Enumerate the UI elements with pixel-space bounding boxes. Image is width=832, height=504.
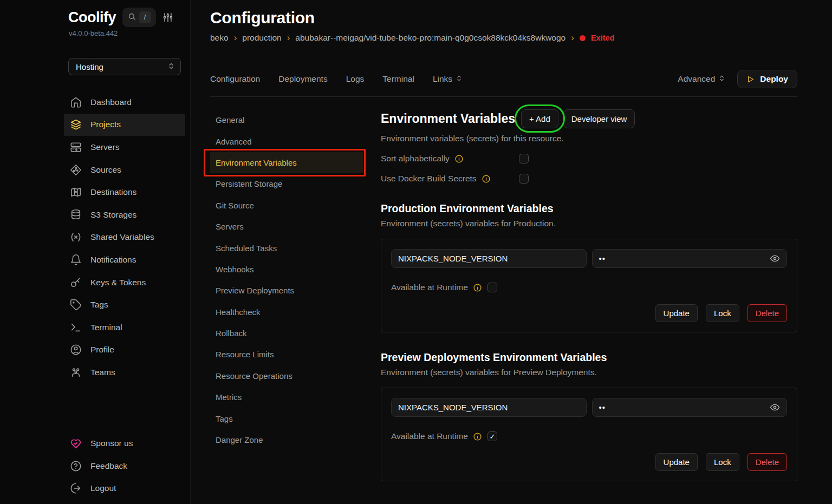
sidebar-item-label: Dashboard <box>90 97 132 107</box>
settings-nav-tags[interactable]: Tags <box>210 408 363 429</box>
variable-value-input[interactable]: •• <box>592 249 788 268</box>
git-source-icon <box>70 164 82 176</box>
sidebar-item-logout[interactable]: Logout <box>64 477 185 500</box>
sort-alphabetically-checkbox[interactable] <box>519 154 529 163</box>
layers-icon <box>70 119 82 130</box>
breadcrumb: beko › production › abubakar--meigag/vid… <box>210 33 797 43</box>
docker-build-secrets-row: Use Docker Build Secrets <box>381 174 797 184</box>
variable-value-input[interactable]: •• <box>592 398 788 417</box>
status-dot-icon <box>580 35 586 41</box>
sidebar-item-profile[interactable]: Profile <box>64 339 185 362</box>
env-title: Environment Variables <box>381 112 515 126</box>
production-section-description: Environment (secrets) variables for Prod… <box>381 219 797 228</box>
breadcrumb-resource[interactable]: abubakar--meigag/vid-tube-beko-pro:main-… <box>295 33 566 43</box>
sidebar-item-dashboard[interactable]: Dashboard <box>64 91 185 114</box>
settings-nav-git-source[interactable]: Git Source <box>210 195 363 216</box>
sidebar-item-sources[interactable]: Sources <box>64 159 185 181</box>
info-icon <box>454 154 464 163</box>
sidebar-item-label: Feedback <box>90 461 127 471</box>
preview-variable-card: •• Available at Runtime ✓ Update Lock <box>381 388 797 481</box>
env-header: Environment Variables + Add Developer vi… <box>381 109 797 128</box>
help-circle-icon <box>70 460 82 472</box>
sidebar-item-label: Teams <box>90 368 115 377</box>
settings-nav-advanced[interactable]: Advanced <box>210 130 363 152</box>
tab-logs[interactable]: Logs <box>346 74 365 84</box>
card-actions: Update Lock Delete <box>391 304 787 322</box>
settings-nav-metrics[interactable]: Metrics <box>210 387 363 408</box>
settings-nav-healthcheck[interactable]: Healthcheck <box>210 302 363 323</box>
variable-key-input[interactable] <box>391 249 587 268</box>
settings-nav-danger-zone[interactable]: Danger Zone <box>210 429 363 450</box>
runtime-row: Available at Runtime <box>391 283 787 292</box>
key-icon <box>70 277 82 289</box>
breadcrumb-project[interactable]: beko <box>210 33 229 43</box>
search-shortcut-key: / <box>139 11 151 23</box>
lock-button[interactable]: Lock <box>706 453 739 471</box>
runtime-checkbox[interactable] <box>487 283 497 292</box>
sidebar-item-sponsor[interactable]: Sponsor us <box>64 432 185 455</box>
search-button[interactable]: / <box>122 8 156 27</box>
tab-configuration[interactable]: Configuration <box>210 74 260 84</box>
sidebar-item-servers[interactable]: Servers <box>64 136 185 159</box>
production-section-title: Production Environment Variables <box>381 202 797 215</box>
eye-icon[interactable] <box>770 253 780 264</box>
masked-value: •• <box>599 254 606 263</box>
app-root: Coolify / v4.0.0-beta.442 Hosting Dashbo… <box>0 0 832 504</box>
settings-sliders-icon[interactable] <box>162 12 173 23</box>
variable-icon <box>70 231 82 243</box>
play-icon <box>746 75 755 83</box>
team-selector[interactable]: Hosting <box>68 58 181 75</box>
variable-key-input[interactable] <box>391 398 587 417</box>
main-content: Configuration beko › production › abubak… <box>191 0 832 504</box>
info-icon <box>473 432 482 441</box>
brand-row: Coolify / <box>0 8 190 27</box>
sidebar-item-feedback[interactable]: Feedback <box>64 455 185 477</box>
logout-icon <box>70 482 82 494</box>
sidebar-item-destinations[interactable]: Destinations <box>64 181 185 204</box>
settings-nav-rollback[interactable]: Rollback <box>210 323 363 344</box>
tab-bar: Configuration Deployments Logs Terminal … <box>210 70 797 88</box>
lock-button[interactable]: Lock <box>706 304 739 322</box>
eye-icon[interactable] <box>770 402 780 413</box>
runtime-label: Available at Runtime <box>391 283 468 292</box>
settings-nav-environment-variables[interactable]: Environment Variables <box>210 152 363 173</box>
sidebar-item-projects[interactable]: Projects <box>64 114 185 136</box>
settings-nav-persistent-storage[interactable]: Persistent Storage <box>210 173 363 194</box>
tab-actions: Advanced Deploy <box>678 70 797 88</box>
deploy-button[interactable]: Deploy <box>737 70 797 88</box>
sort-alphabetically-row: Sort alphabetically <box>381 154 797 163</box>
breadcrumb-environment[interactable]: production <box>242 33 281 43</box>
sidebar-item-notifications[interactable]: Notifications <box>64 248 185 271</box>
add-button[interactable]: + Add <box>521 109 558 128</box>
sidebar-item-s3-storages[interactable]: S3 Storages <box>64 204 185 226</box>
advanced-dropdown[interactable]: Advanced <box>678 74 725 84</box>
settings-nav-servers[interactable]: Servers <box>210 216 363 237</box>
status-badge: Exited <box>591 34 615 42</box>
sidebar-item-keys-tokens[interactable]: Keys & Tokens <box>64 271 185 294</box>
docker-build-secrets-checkbox[interactable] <box>519 174 529 184</box>
settings-nav-general[interactable]: General <box>210 109 363 130</box>
runtime-row: Available at Runtime ✓ <box>391 431 787 441</box>
update-button[interactable]: Update <box>655 304 698 322</box>
sidebar-item-label: Projects <box>90 120 121 129</box>
sidebar-item-tags[interactable]: Tags <box>64 293 185 316</box>
tab-deployments[interactable]: Deployments <box>278 74 327 84</box>
sidebar-item-label: Tags <box>90 300 108 310</box>
sidebar-footer-nav: Sponsor us Feedback Logout <box>64 432 185 500</box>
runtime-checkbox[interactable]: ✓ <box>487 431 497 441</box>
sidebar-item-label: Destinations <box>90 187 136 197</box>
sidebar-item-teams[interactable]: Teams <box>64 361 185 384</box>
settings-nav-resource-operations[interactable]: Resource Operations <box>210 365 363 387</box>
sidebar-item-shared-variables[interactable]: Shared Variables <box>64 226 185 249</box>
sidebar-item-terminal[interactable]: Terminal <box>64 316 185 339</box>
settings-nav-resource-limits[interactable]: Resource Limits <box>210 344 363 365</box>
delete-button[interactable]: Delete <box>748 453 787 471</box>
settings-nav-scheduled-tasks[interactable]: Scheduled Tasks <box>210 237 363 258</box>
update-button[interactable]: Update <box>655 453 698 471</box>
delete-button[interactable]: Delete <box>748 304 787 322</box>
tab-terminal[interactable]: Terminal <box>382 74 414 84</box>
settings-nav-webhooks[interactable]: Webhooks <box>210 259 363 280</box>
developer-view-button[interactable]: Developer view <box>563 109 635 128</box>
tab-links[interactable]: Links <box>433 74 463 84</box>
settings-nav-preview-deployments[interactable]: Preview Deployments <box>210 280 363 301</box>
